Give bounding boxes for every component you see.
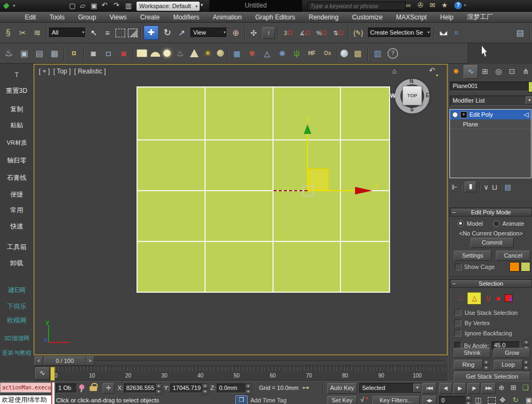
viewcube-west[interactable]: W — [390, 92, 395, 99]
shrink-button[interactable]: Shrink — [454, 348, 490, 358]
app-logo-icon[interactable]: ◆ — [3, 1, 10, 10]
tab-hierarchy[interactable]: ⊞ — [479, 65, 492, 78]
sidebar-link-jiane[interactable]: 建E网 — [0, 286, 33, 295]
macro-recorder-line[interactable]: actionMan.execut — [0, 382, 51, 393]
new-scene-icon[interactable]: ▢ — [69, 2, 76, 10]
viewcube-home-icon[interactable]: ⌂ — [392, 67, 397, 75]
menu-renmeng-plugin[interactable]: 渲梦工厂 — [467, 12, 493, 22]
set-key-button[interactable]: Set Key — [327, 396, 357, 404]
tab-create[interactable]: ✹ — [449, 65, 462, 78]
rollout-selection-header[interactable]: − Selection — [450, 279, 532, 288]
light-lister-icon[interactable]: ¤ — [67, 49, 80, 58]
sidebar-item-quick[interactable]: 快速 — [0, 222, 33, 231]
undo-icon[interactable]: ↶ — [101, 1, 107, 9]
mesh-teapot-icon[interactable]: ♨ — [174, 48, 187, 58]
edit-named-selections-icon[interactable]: {✎} — [351, 29, 365, 37]
material-buttons-icon[interactable]: ▩ — [351, 49, 364, 58]
sidebar-item-vray-material[interactable]: VR材质 — [0, 139, 33, 147]
next-frame-button[interactable]: ||▶ — [467, 383, 480, 394]
project-toggle-icon[interactable]: ▥ — [125, 2, 132, 10]
rect-selection-region-icon[interactable] — [115, 29, 125, 37]
zoom-extents-icon[interactable]: ❑ — [522, 383, 529, 392]
align-icon[interactable]: ⌗ — [452, 29, 461, 37]
save-file-icon[interactable]: ▣ — [91, 2, 97, 10]
menu-maxscript[interactable]: MAXScript — [396, 14, 427, 21]
fur-icon[interactable]: Ox — [322, 50, 333, 56]
zoom-icon[interactable]: ⊕ — [499, 383, 504, 392]
grass-icon[interactable]: ψ — [291, 49, 302, 58]
get-stack-selection-button[interactable]: Get Stack Selection — [454, 372, 530, 381]
sphere-tan-icon[interactable] — [217, 50, 224, 57]
vertex-subobject-icon[interactable]: ∴ — [459, 294, 463, 302]
time-slider-track[interactable] — [95, 360, 445, 362]
show-end-result-button[interactable]: ▮ — [465, 181, 476, 192]
select-and-move-button[interactable]: ✚ — [144, 25, 159, 40]
mirror-icon[interactable]: ◣◢ — [437, 30, 449, 36]
viewcube[interactable]: N S E W TOP — [394, 78, 432, 116]
render-settings-icon[interactable]: ▦ — [49, 49, 60, 58]
named-selection-dropdown[interactable]: Create Selection Se ▾ — [368, 28, 431, 38]
time-slider-prev-button[interactable]: < — [35, 356, 43, 366]
sidebar-link-xiadele[interactable]: 下得乐 — [0, 302, 33, 311]
listener-line[interactable]: 欢迎使用绵羊助 — [0, 395, 51, 404]
tab-modify[interactable]: ∿ — [463, 65, 478, 79]
sphere-gray-icon[interactable] — [340, 50, 348, 57]
selection-lock-icon[interactable] — [90, 386, 97, 391]
previous-frame-button[interactable]: ◀|| — [439, 383, 452, 394]
pan-hand-icon[interactable]: ✥ — [500, 396, 506, 404]
viewcube-orbit-icon[interactable]: ↶ — [429, 66, 435, 75]
viewport-top[interactable]: [ + ] [ Top ] [ Realistic ] y x — [33, 64, 448, 355]
sidebar-item-unload[interactable]: 卸载 — [0, 259, 33, 268]
sidebar-item-t[interactable]: T — [0, 71, 33, 79]
search-icon[interactable]: ∞ — [406, 1, 411, 9]
selection-filter-dropdown[interactable]: All ▾ — [49, 28, 86, 38]
menu-edit[interactable]: Edit — [25, 14, 36, 21]
animate-radio[interactable] — [493, 220, 500, 227]
frame-spinner[interactable]: ▲▼ — [465, 395, 472, 404]
viewport-menu-pov[interactable]: [ Top ] — [53, 68, 71, 75]
sidebar-link-oumo[interactable]: 欧模网 — [0, 316, 33, 325]
use-pivot-center-icon[interactable]: ⊕ — [230, 28, 242, 38]
ring-button[interactable]: Ring — [454, 360, 483, 370]
viewcube-top-face[interactable]: TOP — [403, 86, 422, 105]
current-frame-marker[interactable] — [50, 367, 55, 381]
window-crossing-icon[interactable] — [128, 29, 138, 37]
select-and-manipulate-icon[interactable]: ✣ — [248, 29, 260, 37]
plane-object[interactable] — [137, 86, 390, 293]
cage-color-swatch[interactable] — [509, 262, 520, 272]
ring-spinner[interactable]: ▲▼ — [483, 360, 489, 371]
select-and-scale-icon[interactable]: ↗ — [176, 28, 188, 38]
maximize-viewport-icon[interactable]: ▣ — [526, 396, 532, 404]
viewcube-north[interactable]: N — [410, 78, 413, 84]
menu-group[interactable]: Group — [78, 14, 96, 21]
menu-create[interactable]: Create — [140, 14, 160, 21]
object-color-swatch[interactable] — [528, 82, 532, 92]
hair-farm-icon[interactable]: HF — [305, 50, 318, 56]
absolute-mode-icon[interactable]: ✛ — [103, 383, 114, 394]
region-zoom-icon[interactable] — [488, 397, 496, 404]
grow-button[interactable]: Grow — [494, 348, 530, 358]
camera-night-icon[interactable]: ◘ — [103, 49, 114, 58]
menu-graph-editors[interactable]: Graph Editors — [255, 14, 295, 21]
z-spinner[interactable]: ▲▼ — [245, 383, 251, 395]
sidebar-item-convenient[interactable]: 便捷 — [0, 190, 33, 199]
loop-button[interactable]: Loop — [494, 360, 523, 370]
viewport-menu-general[interactable]: [ + ] — [39, 68, 50, 75]
cage-selected-color-swatch[interactable] — [521, 262, 530, 272]
menu-help[interactable]: Help — [440, 14, 454, 21]
camera-gizmo-icon[interactable]: △ — [261, 49, 273, 58]
infocenter-search-input[interactable] — [308, 2, 406, 10]
stack-row-plane[interactable]: Plane — [450, 119, 531, 129]
particle-array-icon[interactable]: ▦ — [231, 49, 243, 58]
sidebar-item-toolbox[interactable]: 工具箱 — [0, 243, 33, 252]
open-file-icon[interactable]: ▱ — [80, 2, 85, 10]
commit-button[interactable]: Commit — [470, 238, 514, 248]
by-vertex-checkbox[interactable] — [454, 319, 461, 326]
wrench-icon[interactable]: ✇ — [418, 1, 424, 9]
set-key-curve-icon[interactable]: √ — [360, 396, 364, 403]
molecule-icon[interactable]: ✾ — [246, 49, 258, 58]
workspace-selector[interactable]: Workspace: Default ▾ — [136, 1, 200, 11]
grid-key-icon[interactable]: ⊶ — [302, 383, 309, 392]
key-mode-toggle-button[interactable]: ◀▶ — [422, 396, 436, 404]
spinner-snap-icon[interactable]: ⇅Ω — [331, 29, 345, 37]
